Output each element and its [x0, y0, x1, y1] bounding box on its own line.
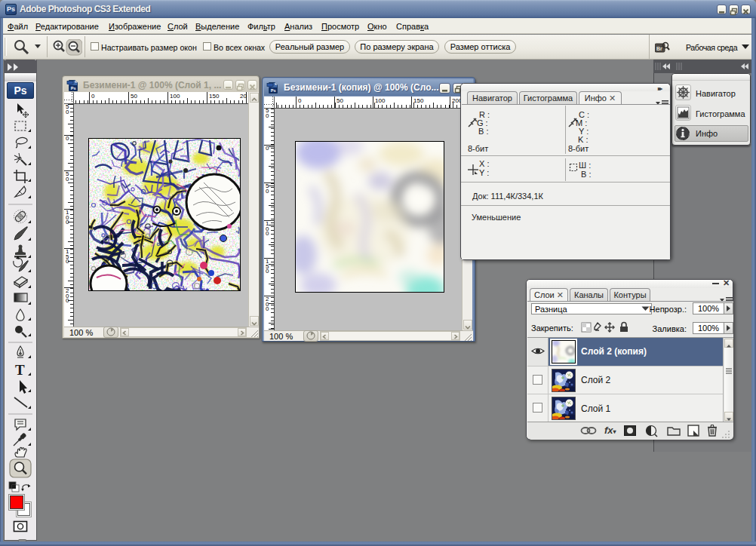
svg-text:Ps: Ps — [271, 88, 276, 93]
svg-text:Ps: Ps — [71, 86, 76, 90]
svg-text:Br: Br — [656, 46, 662, 51]
svg-text:T: T — [15, 362, 25, 378]
